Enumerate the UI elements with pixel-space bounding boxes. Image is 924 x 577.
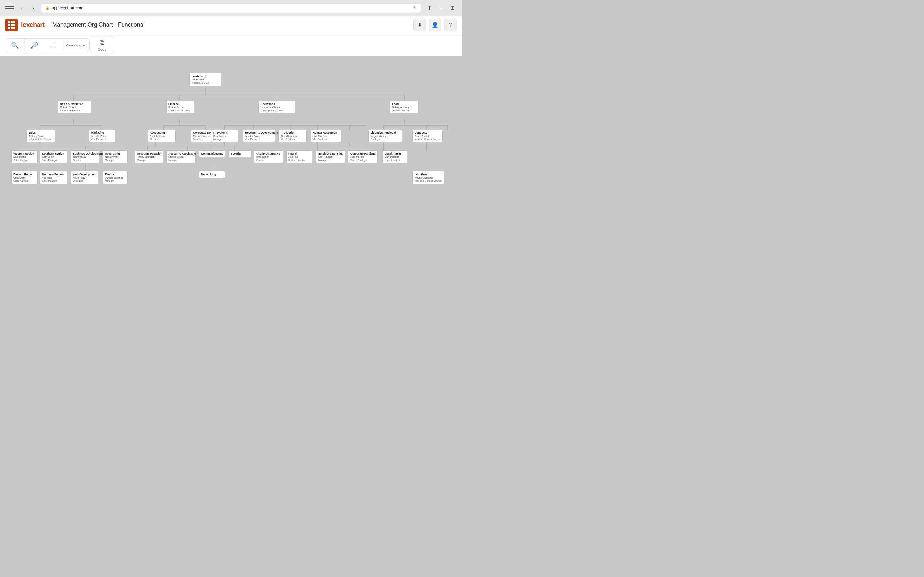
comm-dept: Communications	[201, 152, 223, 155]
node-lit-paralegal[interactable]: Litigation Paralegal Megan Martine Paral…	[368, 129, 402, 142]
node-corp-paralegal[interactable]: Corporate Paralegal Juan Moreno Senior P…	[348, 150, 378, 163]
fin-title: Chief Financial Officer	[168, 109, 192, 112]
node-hr[interactable]: Human Resources Lisa Thomas Vice Preside…	[310, 129, 341, 142]
evt-name: Pamela Sanchez	[105, 176, 126, 179]
ar-dept: Accounts Receivable	[168, 152, 194, 155]
evt-dept: Events	[105, 173, 126, 176]
node-accounts-receivable[interactable]: Accounts Receivable Nichola Weber Manage…	[166, 150, 196, 163]
node-production[interactable]: Production Alexa Kennedy Vice President	[278, 129, 307, 142]
node-litigation[interactable]: Litigation Wayne Gallagher Associate Gen…	[412, 171, 444, 184]
node-business-dev[interactable]: Business Development Johnny Clay Directo…	[71, 150, 99, 163]
wr-name: Sam Morris	[13, 155, 35, 159]
node-contracts[interactable]: Contracts Samir Franklin Assistant Gener…	[412, 129, 443, 142]
qa-title: Director	[256, 159, 281, 161]
node-events[interactable]: Events Pamela Sanchez Manager	[103, 171, 128, 184]
ar-title: Manager	[168, 159, 194, 161]
node-employee-benefits[interactable]: Employee Benefits Sam Paulson Manager	[316, 150, 345, 163]
leadership-name: Walter Smith	[192, 78, 219, 81]
node-marketing[interactable]: Marketing Jennifer Zhao Vice President	[89, 129, 115, 142]
node-northern-region[interactable]: Northern Region Yao Tang Sales Manager	[40, 171, 67, 184]
node-it-systems[interactable]: IT Systems Brad Jones Manager	[211, 129, 238, 142]
node-accounts-payable[interactable]: Accounts Payable Tiffany Johnston Manage…	[135, 150, 163, 163]
node-western-region[interactable]: Western Region Sam Morris Sales Manager	[11, 150, 37, 163]
prod-dept: Production	[281, 131, 304, 135]
prod-name: Alexa Kennedy	[281, 135, 304, 138]
user-button[interactable]: 👤	[429, 19, 441, 31]
qa-name: Brad Cohen	[256, 155, 281, 159]
zoom-out-button[interactable]: 🔎	[25, 39, 44, 52]
zoom-fit-label: Zoom and Fit	[63, 43, 89, 47]
node-operations[interactable]: Operations Hannah Matthews Chief Operati…	[258, 101, 295, 113]
node-eastern-region[interactable]: Eastern Region Gina Smith Sales Manager	[11, 171, 37, 184]
node-legal[interactable]: Legal Dalton Washington General Counsel	[390, 101, 419, 113]
node-leadership[interactable]: Leadership Walter Smith President & CEO	[189, 73, 221, 86]
address-bar[interactable]: 🔒 app.lexchart.com ↻	[41, 3, 421, 13]
acc-name: Cynthia Moore	[150, 135, 174, 138]
sidebar-toggle[interactable]	[5, 5, 14, 11]
er-name: Gina Smith	[13, 176, 35, 179]
node-networking[interactable]: Networking	[199, 171, 225, 178]
adv-dept: Advertising	[105, 152, 126, 155]
ops-title: Chief Operating Officer	[260, 109, 293, 112]
nr-dept: Northern Region	[42, 173, 65, 176]
header-actions: ⬇ 👤 ?	[413, 19, 457, 31]
tab-overview-button[interactable]: ⊞	[448, 3, 457, 13]
pay-name: Julia Tao	[288, 155, 310, 159]
leadership-title: President & CEO	[192, 81, 219, 84]
er-title: Sales Manager	[13, 179, 35, 182]
node-web-dev[interactable]: Web Development Kevin Perry Developer	[71, 171, 98, 184]
back-button[interactable]: ‹	[18, 4, 26, 12]
bd-dept: Business Development	[73, 152, 97, 155]
prod-title: Vice President	[281, 138, 304, 141]
mktg-name: Jennifer Zhao	[91, 135, 113, 138]
fin-name: Kendra Perez	[168, 106, 192, 109]
mktg-title: Vice President	[91, 138, 113, 141]
canvas-area[interactable]: Leadership Walter Smith President & CEO …	[0, 56, 462, 288]
browser-actions: ⬆ + ⊞	[425, 3, 457, 13]
cp-name: Juan Moreno	[351, 155, 375, 159]
node-communications[interactable]: Communications	[199, 150, 225, 157]
wr-dept: Western Region	[13, 152, 35, 155]
copy-button[interactable]: ⧉ Copy	[91, 36, 113, 54]
sr-name: Seth Booth	[42, 155, 65, 159]
eb-dept: Employee Benefits	[318, 152, 342, 155]
reload-button[interactable]: ↻	[413, 5, 417, 11]
mktg-dept: Marketing	[91, 131, 113, 135]
node-legal-admin[interactable]: Legal Admin Sam Paulson Legal Assistant	[383, 150, 407, 163]
node-sales[interactable]: Sales Anthony Davis National Sales Direc…	[26, 129, 55, 142]
share-button[interactable]: ⬆	[425, 3, 434, 13]
node-finance[interactable]: Finance Kendra Perez Chief Financial Off…	[166, 101, 194, 113]
wr-title: Sales Manager	[13, 159, 35, 161]
help-button[interactable]: ?	[444, 19, 457, 31]
wd-title: Developer	[73, 179, 96, 182]
new-tab-button[interactable]: +	[436, 3, 445, 13]
legal-dept: Legal	[392, 102, 417, 106]
rd-name: Jessica Baker	[245, 135, 273, 138]
node-research-dev[interactable]: Research & Development Jessica Baker Vic…	[243, 129, 275, 142]
node-quality-assurance[interactable]: Quality Assurance Brad Cohen Director	[254, 150, 283, 163]
con-name: Samir Franklin	[415, 135, 441, 138]
zoom-in-button[interactable]: 🔍	[5, 39, 25, 52]
it-dept: IT Systems	[213, 131, 236, 135]
node-advertising[interactable]: Advertising Nicole Wyatt Manager	[103, 150, 128, 163]
forward-button[interactable]: ›	[29, 4, 37, 12]
node-sales-marketing[interactable]: Sales & Marketing Christie James Senior …	[58, 101, 91, 113]
logo: lexchart	[5, 19, 45, 31]
qa-dept: Quality Assurance	[256, 152, 281, 155]
node-accounting[interactable]: Accounting Cynthia Moore Director	[148, 129, 176, 142]
node-security[interactable]: Security	[228, 150, 252, 157]
fit-button[interactable]: ⛶	[44, 39, 63, 51]
legal-name: Dalton Washington	[392, 106, 417, 109]
con-title: Assistant General Counsel	[415, 138, 441, 141]
bd-title: Director	[73, 159, 97, 161]
adv-name: Nicole Wyatt	[105, 155, 126, 159]
node-southern-region[interactable]: Southern Region Seth Booth Sales Manager	[40, 150, 67, 163]
node-payroll[interactable]: Payroll Julia Tao Business Analyst	[286, 150, 312, 163]
la-title: Legal Assistant	[384, 159, 405, 161]
ar-name: Nichola Weber	[168, 155, 194, 159]
eb-title: Manager	[318, 159, 342, 161]
wd-name: Kevin Perry	[73, 176, 96, 179]
download-button[interactable]: ⬇	[413, 19, 426, 31]
sales-dept: Sales	[29, 131, 53, 135]
it-title: Manager	[213, 138, 236, 141]
